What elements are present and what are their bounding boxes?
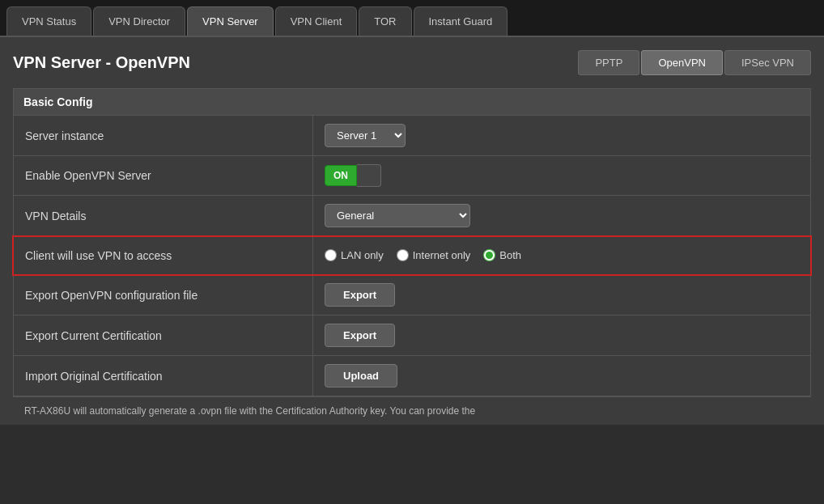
radio-group-vpn-access: LAN only Internet only Both bbox=[325, 249, 521, 261]
export-cert-button[interactable]: Export bbox=[325, 324, 395, 347]
tab-vpn-status[interactable]: VPN Status bbox=[6, 6, 91, 36]
footer-note: RT-AX86U will automatically generate a .… bbox=[13, 396, 811, 425]
export-config-button[interactable]: Export bbox=[325, 283, 395, 307]
label-import-cert: Import Original Certification bbox=[14, 356, 313, 396]
label-enable-openvpn: Enable OpenVPN Server bbox=[14, 156, 313, 195]
radio-label-both: Both bbox=[499, 249, 521, 261]
value-server-instance: Server 1 Server 2 bbox=[313, 116, 810, 155]
label-export-config: Export OpenVPN configuration file bbox=[14, 275, 313, 315]
row-import-cert: Import Original Certification Upload bbox=[13, 356, 811, 396]
toggle-openvpn[interactable]: ON bbox=[325, 164, 381, 187]
row-enable-openvpn: Enable OpenVPN Server ON bbox=[13, 156, 811, 196]
label-vpn-access: Client will use VPN to access bbox=[14, 236, 313, 274]
tab-tor[interactable]: TOR bbox=[359, 6, 411, 36]
tab-vpn-server[interactable]: VPN Server bbox=[187, 6, 274, 36]
value-export-cert: Export bbox=[313, 316, 810, 355]
radio-input-internet-only[interactable] bbox=[397, 249, 409, 261]
radio-label-internet-only: Internet only bbox=[413, 249, 471, 261]
radio-lan-only[interactable]: LAN only bbox=[325, 249, 384, 261]
radio-input-both[interactable] bbox=[483, 249, 495, 261]
tab-bar: VPN Status VPN Director VPN Server VPN C… bbox=[0, 0, 824, 36]
label-vpn-details: VPN Details bbox=[14, 196, 313, 235]
row-vpn-access: Client will use VPN to access LAN only I… bbox=[13, 236, 811, 275]
toggle-on-label: ON bbox=[325, 165, 357, 186]
select-server-instance[interactable]: Server 1 Server 2 bbox=[325, 124, 406, 147]
vpn-type-buttons: PPTP OpenVPN IPSec VPN bbox=[578, 50, 811, 75]
radio-input-lan-only[interactable] bbox=[325, 249, 337, 261]
basic-config-section: Basic Config Server instance Server 1 Se… bbox=[13, 88, 811, 396]
vpn-type-ipsec[interactable]: IPSec VPN bbox=[724, 50, 811, 75]
radio-internet-only[interactable]: Internet only bbox=[397, 249, 471, 261]
main-content: VPN Server - OpenVPN PPTP OpenVPN IPSec … bbox=[0, 36, 824, 425]
value-import-cert: Upload bbox=[313, 356, 810, 396]
label-export-cert: Export Current Certification bbox=[14, 316, 313, 355]
select-vpn-details[interactable]: General Advanced bbox=[325, 204, 470, 227]
value-export-config: Export bbox=[313, 275, 810, 315]
vpn-type-openvpn[interactable]: OpenVPN bbox=[641, 50, 723, 75]
row-server-instance: Server instance Server 1 Server 2 bbox=[13, 116, 811, 156]
tab-vpn-director[interactable]: VPN Director bbox=[93, 6, 185, 36]
row-export-config: Export OpenVPN configuration file Export bbox=[13, 275, 811, 316]
upload-cert-button[interactable]: Upload bbox=[325, 364, 397, 388]
value-enable-openvpn: ON bbox=[313, 156, 810, 195]
toggle-off-part bbox=[357, 164, 381, 187]
label-server-instance: Server instance bbox=[14, 116, 313, 155]
radio-both[interactable]: Both bbox=[483, 249, 521, 261]
row-vpn-details: VPN Details General Advanced bbox=[13, 196, 811, 236]
value-vpn-access: LAN only Internet only Both bbox=[313, 236, 810, 274]
vpn-type-pptp[interactable]: PPTP bbox=[578, 50, 639, 75]
value-vpn-details: General Advanced bbox=[313, 196, 810, 235]
header-row: VPN Server - OpenVPN PPTP OpenVPN IPSec … bbox=[13, 50, 811, 75]
row-export-cert: Export Current Certification Export bbox=[13, 316, 811, 356]
radio-label-lan-only: LAN only bbox=[341, 249, 384, 261]
tab-instant-guard[interactable]: Instant Guard bbox=[414, 6, 508, 36]
section-header: Basic Config bbox=[13, 88, 811, 116]
page-title: VPN Server - OpenVPN bbox=[13, 53, 190, 72]
tab-vpn-client[interactable]: VPN Client bbox=[275, 6, 358, 36]
